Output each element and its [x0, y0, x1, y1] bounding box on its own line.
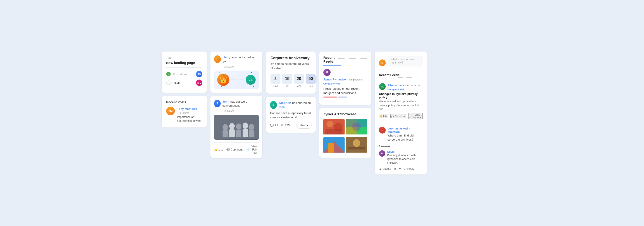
compose-avatar: U: [379, 59, 386, 66]
alberto-preposition: has posted in: [405, 84, 420, 87]
feed-bar-1: [323, 97, 337, 98]
vote-row: ▲ Upvote 45 ▼ 0 Reply: [379, 167, 423, 170]
svg-point-9: [249, 124, 254, 130]
recent-posts-title: Recent Posts: [166, 100, 202, 104]
upvote-button[interactable]: ▲ Upvote: [379, 167, 391, 170]
empty-check-icon: [166, 80, 171, 85]
feeds-underline: [323, 65, 342, 66]
view-label: View Full Post: [250, 145, 259, 154]
svg-rect-6: [236, 130, 242, 137]
like-button[interactable]: 👍 Like: [214, 148, 223, 151]
conversation-image: [214, 115, 259, 140]
comment-icon: 💬: [226, 148, 230, 151]
column-5: U What's on your mind right now? Recent …: [375, 52, 427, 174]
svg-rect-8: [243, 129, 248, 137]
feed-bars: [323, 97, 367, 98]
chevron-down-icon: ▾: [307, 124, 308, 127]
countdown-days: 2 Days: [270, 74, 280, 87]
conv-actions: 👍 Like 💬 Comment 📄 View Full Post: [214, 142, 259, 154]
sec-value: 50: [306, 74, 316, 84]
post-time: 11.20 PM: [178, 112, 189, 114]
feed-bar-2: [338, 97, 347, 98]
right-comment-icon: 💬: [391, 115, 394, 118]
right-view-button[interactable]: 📄 View Full Post: [408, 113, 423, 119]
reply-label: Reply: [407, 167, 414, 170]
compose-input[interactable]: What's on your mind right now?: [388, 56, 423, 66]
task-card: Task New landing page ✓ Illustrations JD…: [162, 52, 207, 93]
crown-badge: 👑: [217, 74, 230, 86]
new-label: New: [300, 124, 306, 127]
downvote-icon: ▼: [398, 167, 401, 170]
main-layout: Task New landing page ✓ Illustrations JD…: [162, 52, 482, 174]
right-feeds-underline: [379, 78, 395, 78]
badge-card: H Harry awarded a badge to you. 11:25 AM…: [210, 52, 262, 93]
idea-card: S Stephen has shared an Idea Can we have…: [266, 97, 316, 133]
james-name: James Richardson: [323, 78, 348, 81]
alberto-post-title: Changes in Zylker's privacy policy: [379, 92, 423, 99]
countdown-mins: 20 Mins: [294, 74, 304, 87]
like-icon: 👍: [214, 148, 218, 151]
task-item-illustrations: ✓ Illustrations JD: [166, 71, 202, 77]
art-img-2: [346, 119, 367, 136]
tab-line-2: [349, 58, 356, 59]
badge-time: 11:25 AM: [214, 66, 259, 68]
post-author: Tony Mathews: [177, 107, 197, 111]
art-img-4: [346, 137, 367, 154]
post-content: Importance of appreciation at work: [177, 115, 202, 123]
post-item: TM Tony Mathews 11.20 PM Importance of a…: [166, 107, 202, 123]
reply-button[interactable]: Reply: [407, 167, 414, 170]
james-preposition: has posted in: [348, 78, 363, 81]
answer-item-olivia: O Olivia Please get in touch with @Monic…: [379, 150, 423, 165]
svg-point-23: [353, 139, 360, 147]
upvote-icon: ▲: [379, 167, 382, 170]
right-like-button[interactable]: 👍 Like: [379, 114, 388, 118]
idea-action: has shared an: [292, 101, 311, 105]
right-like-label: Like: [383, 115, 388, 118]
mins-value: 20: [294, 74, 304, 84]
answer-count: 1 Answer: [379, 145, 423, 148]
art-grid: [323, 119, 367, 154]
feed-item-james: JR James Richardson has posted in Compan…: [323, 69, 367, 97]
confetti-dot-5: [253, 86, 254, 87]
alberto-actions: 👍 Like 💬 Comment 📄 View Full Post: [379, 113, 423, 119]
svg-rect-4: [229, 129, 234, 137]
right-like-icon: 👍: [379, 115, 382, 118]
olivia-answer: Please get in touch with @Monica to acce…: [387, 153, 423, 165]
james-post-title: Press release on our recent mergers and …: [323, 87, 367, 95]
recent-posts-card: Recent Posts TM Tony Mathews 11.20 PM Im…: [162, 96, 207, 127]
conversation-card: J John has started a conversation. 11:28…: [210, 96, 262, 158]
badge-visual: 👑 JS: [214, 71, 259, 89]
alberto-avatar: AL: [379, 83, 386, 90]
downvote-button[interactable]: ▼: [398, 167, 401, 170]
avatar-illustrations: JD: [196, 71, 202, 77]
upvote-label: Upvote: [382, 167, 391, 170]
post-avatar: TM: [166, 107, 175, 115]
sec-label: Sec: [306, 85, 316, 87]
feeds-tabs: [338, 58, 367, 59]
anniversary-title: Corporate Anniversary: [270, 56, 311, 60]
svg-rect-2: [223, 130, 228, 137]
right-feed-item-alberto: AL Alberto Lane has posted in Company Wa…: [379, 83, 423, 119]
view-full-post-button[interactable]: 📄 View Full Post: [246, 145, 259, 154]
question-asker: Leo has asked a question.: [388, 127, 423, 134]
countdown-hr: 15 Hr: [282, 74, 292, 87]
svg-point-1: [223, 124, 228, 131]
tab-line-1: [338, 58, 344, 59]
comment-button[interactable]: 💬 Comment: [226, 148, 242, 151]
right-comment-button[interactable]: 💬 Comment: [390, 114, 406, 118]
right-tab-line-3: [406, 77, 412, 78]
conv-author: John: [222, 100, 230, 103]
svg-point-3: [229, 123, 234, 129]
badge-author: Harry: [223, 56, 230, 59]
confetti-dot-1: [218, 72, 220, 73]
svg-point-18: [352, 122, 361, 131]
task-name-html: HTML: [172, 81, 180, 85]
avatar-html: ML: [196, 80, 202, 86]
svg-rect-14: [326, 129, 342, 135]
art-showcase-card: Zylker Art Showcase: [319, 108, 371, 158]
question-text: Where can I find old corporate archives?: [388, 134, 423, 142]
badge-dashed-line: [231, 80, 244, 80]
right-comment-label: Comment: [395, 115, 406, 118]
alberto-name: Alberto Lane: [388, 84, 404, 87]
new-button[interactable]: New ▾: [296, 122, 312, 129]
